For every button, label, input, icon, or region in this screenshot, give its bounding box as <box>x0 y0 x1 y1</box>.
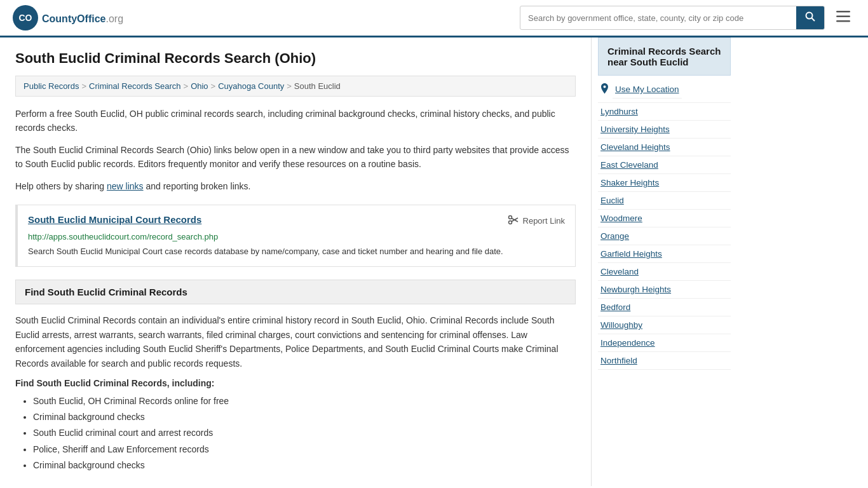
logo-icon: CO <box>13 5 38 30</box>
svg-line-3 <box>812 18 815 22</box>
list-item: South Euclid criminal court and arrest r… <box>33 425 576 441</box>
hamburger-menu[interactable] <box>831 7 855 29</box>
sidebar-link-shaker-heights[interactable]: Shaker Heights <box>598 174 731 192</box>
description-1: Perform a free South Euclid, OH public c… <box>15 107 576 135</box>
sidebar-heading: Criminal Records Search near South Eucli… <box>598 37 731 76</box>
svg-rect-5 <box>836 16 850 18</box>
sidebar-link-lyndhurst[interactable]: Lyndhurst <box>598 103 731 121</box>
sidebar-link-newburgh-heights[interactable]: Newburgh Heights <box>598 281 731 299</box>
report-link-button[interactable]: Report Link <box>508 214 565 228</box>
bullet-list: South Euclid, OH Criminal Records online… <box>15 393 576 473</box>
list-item: Criminal background checks <box>33 409 576 425</box>
svg-rect-4 <box>836 11 850 13</box>
search-input[interactable] <box>520 8 796 28</box>
page-wrapper: South Euclid Criminal Records Search (Oh… <box>0 37 868 486</box>
sidebar-link-cleveland[interactable]: Cleveland <box>598 263 731 281</box>
logo-area: CO CountyOffice.org <box>13 5 123 30</box>
record-card: South Euclid Municipal Court Records Rep… <box>15 205 576 268</box>
sidebar-link-university-heights[interactable]: University Heights <box>598 121 731 139</box>
header: CO CountyOffice.org <box>0 0 868 37</box>
description-2: The South Euclid Criminal Records Search… <box>15 143 576 172</box>
record-card-header: South Euclid Municipal Court Records Rep… <box>28 214 565 228</box>
breadcrumb: Public Records > Criminal Records Search… <box>15 76 576 97</box>
breadcrumb-public-records[interactable]: Public Records <box>24 81 79 91</box>
record-title[interactable]: South Euclid Municipal Court Records <box>28 214 201 225</box>
breadcrumb-cuyahoga[interactable]: Cuyahoga County <box>218 81 284 91</box>
sidebar-link-euclid[interactable]: Euclid <box>598 192 731 210</box>
new-links-link[interactable]: new links <box>107 181 144 191</box>
section-subheading: Find South Euclid Criminal Records, incl… <box>15 378 576 388</box>
section-title: Find South Euclid Criminal Records <box>25 287 566 297</box>
breadcrumb-criminal-records-search[interactable]: Criminal Records Search <box>89 81 181 91</box>
location-pin-icon <box>600 83 609 96</box>
list-item: Police, Sheriff and Law Enforcement reco… <box>33 442 576 458</box>
report-icon <box>508 214 519 228</box>
breadcrumb-ohio[interactable]: Ohio <box>191 81 208 91</box>
sidebar-link-cleveland-heights[interactable]: Cleveland Heights <box>598 139 731 156</box>
sidebar-link-willoughby[interactable]: Willoughby <box>598 316 731 334</box>
search-bar <box>520 6 825 30</box>
header-right <box>520 6 855 30</box>
sidebar-link-east-cleveland[interactable]: East Cleveland <box>598 156 731 174</box>
svg-point-2 <box>806 13 813 19</box>
main-content: South Euclid Criminal Records Search (Oh… <box>0 37 591 486</box>
section-body: South Euclid Criminal Records contain an… <box>15 313 576 370</box>
page-title: South Euclid Criminal Records Search (Oh… <box>15 50 576 67</box>
list-item: Criminal background checks <box>33 458 576 473</box>
record-description: Search South Euclid Municipal Court case… <box>28 245 565 258</box>
svg-rect-6 <box>836 20 850 22</box>
logo-text: CountyOffice.org <box>42 11 123 25</box>
description-3: Help others by sharing new links and rep… <box>15 179 576 193</box>
record-url[interactable]: http://apps.southeuclidcourt.com/record_… <box>28 232 565 241</box>
sidebar: Criminal Records Search near South Eucli… <box>591 37 737 486</box>
search-button[interactable] <box>796 6 824 29</box>
list-item: South Euclid, OH Criminal Records online… <box>33 393 576 409</box>
svg-point-7 <box>508 215 512 219</box>
sidebar-link-woodmere[interactable]: Woodmere <box>598 210 731 227</box>
section-heading-box: Find South Euclid Criminal Records <box>15 280 576 304</box>
sidebar-link-orange[interactable]: Orange <box>598 227 731 245</box>
use-my-location-link[interactable]: Use My Location <box>613 81 682 98</box>
sidebar-link-independence[interactable]: Independence <box>598 334 731 352</box>
svg-text:CO: CO <box>19 13 32 23</box>
svg-point-8 <box>508 220 512 224</box>
sidebar-link-bedford[interactable]: Bedford <box>598 299 731 316</box>
breadcrumb-current: South Euclid <box>294 81 341 91</box>
sidebar-link-northfield[interactable]: Northfield <box>598 352 731 370</box>
sidebar-use-location[interactable]: Use My Location <box>598 76 731 103</box>
sidebar-link-garfield-heights[interactable]: Garfield Heights <box>598 245 731 263</box>
